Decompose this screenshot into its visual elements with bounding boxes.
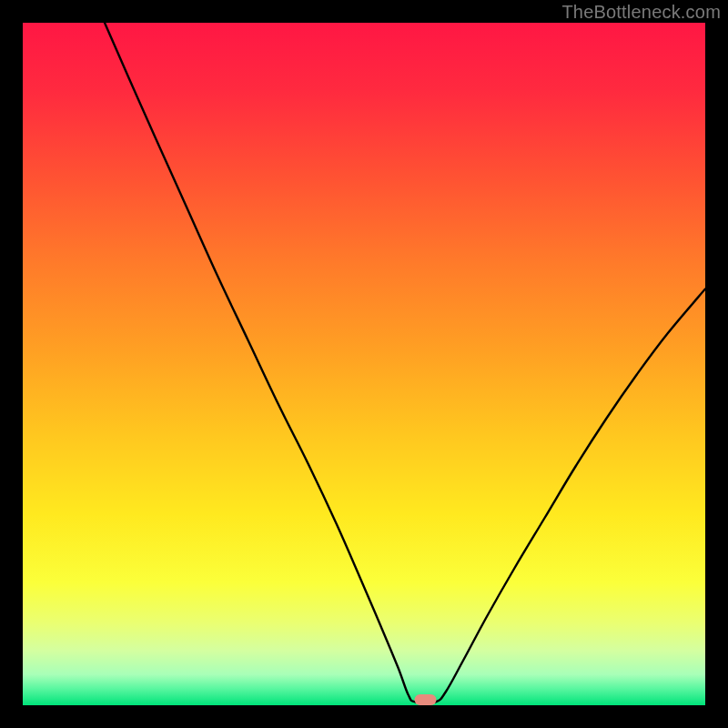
chart-frame: TheBottleneck.com (0, 0, 728, 728)
plot-area (23, 23, 705, 705)
watermark-text: TheBottleneck.com (561, 2, 721, 23)
chart-svg (23, 23, 705, 705)
optimal-marker (415, 694, 437, 705)
gradient-background (23, 23, 705, 705)
